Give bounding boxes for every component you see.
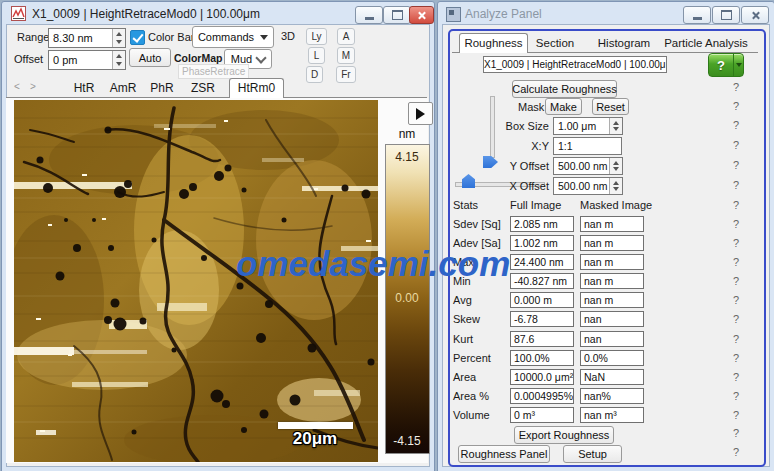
dropdown-arrow-icon <box>736 63 742 67</box>
tab-particle-analysis[interactable]: Particle Analysis <box>660 37 752 49</box>
help-mark[interactable]: ? <box>730 159 742 171</box>
check-icon <box>132 31 143 43</box>
calculate-roughness-button[interactable]: Calculate Roughness <box>512 80 617 98</box>
layer-ly-button[interactable]: Ly <box>306 28 327 45</box>
help-mark[interactable]: ? <box>730 352 742 364</box>
minimize-button[interactable] <box>355 6 383 24</box>
full-value[interactable]: 100.0% <box>510 350 574 366</box>
masked-value[interactable]: nan% <box>580 388 644 404</box>
button-m[interactable]: M <box>337 47 355 64</box>
mask-make-button[interactable]: Make <box>545 98 582 115</box>
export-roughness-button[interactable]: Export Roughness <box>514 426 614 444</box>
tab-amr[interactable]: AmR <box>101 81 145 95</box>
full-value[interactable]: 0 m³ <box>510 407 574 423</box>
minimize-button[interactable] <box>683 6 711 24</box>
help-mark[interactable]: ? <box>730 427 742 439</box>
help-mark[interactable]: ? <box>730 371 742 383</box>
help-mark[interactable]: ? <box>730 294 742 306</box>
masked-value[interactable]: nan m <box>580 292 644 308</box>
masked-value[interactable]: nan m <box>580 273 644 289</box>
masked-value[interactable]: nan <box>580 331 644 347</box>
full-value[interactable]: 2.085 nm <box>510 216 574 232</box>
x-offset-spinner[interactable] <box>609 178 622 194</box>
commands-dropdown[interactable]: Commands <box>192 26 274 48</box>
xy-input[interactable]: 1:1 <box>553 137 622 155</box>
close-button[interactable] <box>741 6 769 24</box>
range-spinner[interactable] <box>112 29 125 47</box>
tab-section[interactable]: Section <box>530 37 580 49</box>
full-value[interactable]: 0.0004995% <box>510 388 574 404</box>
auto-button[interactable]: Auto <box>129 48 171 67</box>
view-3d-button[interactable]: 3D <box>281 30 295 42</box>
help-mark[interactable]: ? <box>730 81 742 93</box>
full-value[interactable]: 10000.0 μm² <box>510 369 574 385</box>
maximize-button[interactable] <box>383 6 411 24</box>
tab-next-button[interactable]: > <box>30 81 36 92</box>
box-size-input[interactable]: 1.00 μm <box>553 117 623 135</box>
mask-reset-button[interactable]: Reset <box>592 98 629 115</box>
colorbar-max: 4.15 <box>385 150 429 164</box>
button-fr[interactable]: Fr <box>336 66 356 83</box>
close-button[interactable] <box>409 6 434 24</box>
range-label: Range <box>17 31 49 43</box>
full-value[interactable]: 0.000 m <box>510 292 574 308</box>
tab-htrm0[interactable]: HtRm0 <box>229 78 284 98</box>
phase-retrace-hint: PhaseRetrace <box>178 64 249 79</box>
full-value[interactable]: -6.78 <box>510 311 574 327</box>
tab-phr[interactable]: PhR <box>140 81 184 95</box>
tab-histogram[interactable]: Histogram <box>592 37 656 49</box>
button-a[interactable]: A <box>337 28 355 45</box>
help-mark[interactable]: ? <box>730 390 742 402</box>
masked-value[interactable]: 0.0% <box>580 350 644 366</box>
help-dropdown[interactable] <box>733 54 743 76</box>
source-field[interactable]: X1_0009 | HeightRetraceMod0 | 100.00μm <box>483 56 667 73</box>
masked-value[interactable]: NaN <box>580 369 644 385</box>
y-offset-input[interactable]: 500.00 nm <box>553 157 623 175</box>
help-mark[interactable]: ? <box>730 139 742 151</box>
tab-roughness[interactable]: Roughness <box>459 33 528 53</box>
button-l[interactable]: L <box>308 47 325 64</box>
masked-value[interactable]: nan m <box>580 216 644 232</box>
help-mark[interactable]: ? <box>730 218 742 230</box>
masked-value[interactable]: nan m <box>580 235 644 251</box>
play-button[interactable] <box>408 102 433 125</box>
maximize-icon <box>721 10 732 20</box>
y-offset-spinner[interactable] <box>609 158 622 174</box>
help-mark[interactable]: ? <box>730 179 742 191</box>
full-value[interactable]: 24.400 nm <box>510 254 574 270</box>
help-mark[interactable]: ? <box>730 237 742 249</box>
scale-bar <box>278 422 353 429</box>
help-mark[interactable]: ? <box>730 119 742 131</box>
roughness-panel-button[interactable]: Roughness Panel <box>458 445 550 463</box>
full-value[interactable]: 1.002 nm <box>510 235 574 251</box>
help-mark[interactable]: ? <box>730 275 742 287</box>
help-mark[interactable]: ? <box>730 333 742 345</box>
color-bar-checkbox[interactable] <box>130 30 145 45</box>
spinner-down-icon <box>613 127 619 131</box>
help-mark[interactable]: ? <box>730 256 742 268</box>
masked-value[interactable]: nan m³ <box>580 407 644 423</box>
masked-value[interactable]: nan <box>580 311 644 327</box>
box-size-label: Box Size <box>461 120 549 132</box>
tab-prev-button[interactable]: < <box>14 81 20 92</box>
box-size-spinner[interactable] <box>609 118 622 134</box>
help-mark[interactable]: ? <box>730 100 742 112</box>
close-icon <box>751 11 760 20</box>
offset-spinner[interactable] <box>112 51 125 69</box>
setup-button[interactable]: Setup <box>563 445 622 463</box>
button-d[interactable]: D <box>306 66 323 83</box>
full-value[interactable]: 87.6 <box>510 331 574 347</box>
full-value[interactable]: -40.827 nm <box>510 273 574 289</box>
help-mark[interactable]: ? <box>730 199 742 211</box>
tab-zsr[interactable]: ZSR <box>181 81 225 95</box>
help-button[interactable]: ? <box>708 53 744 77</box>
x-offset-input[interactable]: 500.00 nm <box>553 177 623 195</box>
help-mark[interactable]: ? <box>730 409 742 421</box>
maximize-button[interactable] <box>712 6 740 24</box>
help-mark[interactable]: ? <box>730 313 742 325</box>
help-mark[interactable]: ? <box>730 446 742 458</box>
tab-htr[interactable]: HtR <box>62 81 106 95</box>
range-input[interactable]: 8.30 nm <box>48 28 126 48</box>
masked-value[interactable]: nan m <box>580 254 644 270</box>
offset-input[interactable]: 0 pm <box>48 50 126 70</box>
